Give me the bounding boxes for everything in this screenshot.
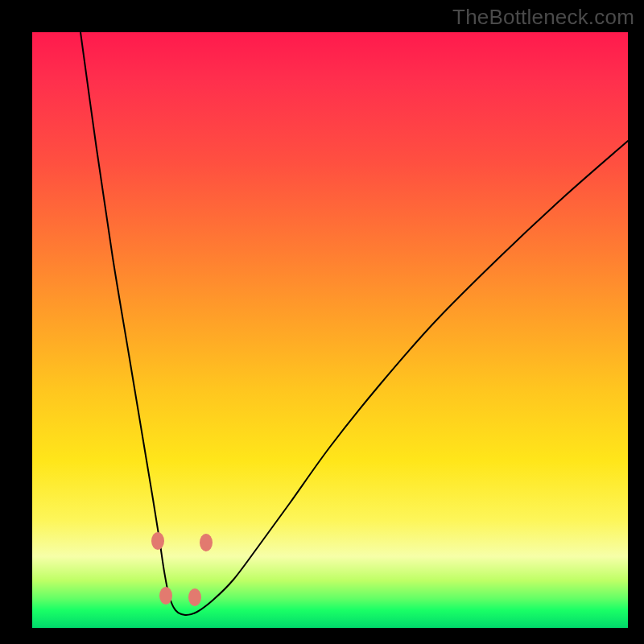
watermark-text: TheBottleneck.com <box>452 5 634 30</box>
curve-markers <box>151 532 213 606</box>
curve-marker <box>159 587 172 605</box>
curve-marker <box>188 588 201 606</box>
outer-frame: TheBottleneck.com <box>0 0 644 644</box>
curve-marker <box>200 534 213 551</box>
plot-area <box>32 32 628 628</box>
chart-svg <box>32 32 628 628</box>
curve-marker <box>151 532 164 550</box>
bottleneck-curve <box>80 32 628 615</box>
